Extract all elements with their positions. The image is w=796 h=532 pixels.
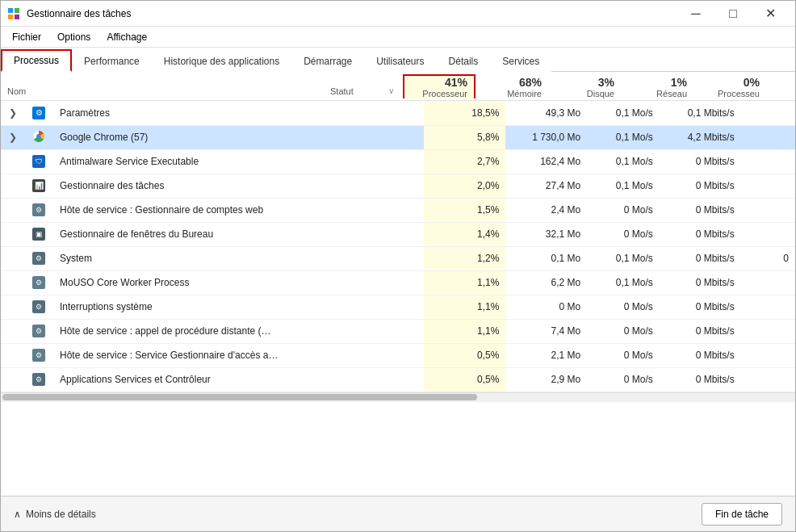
process-disk: 0,1 Mo/s — [587, 246, 660, 270]
col-name-header: Nom — [1, 86, 324, 98]
tab-demarrage[interactable]: Démarrage — [291, 49, 364, 72]
less-details-label: Moins de détails — [26, 509, 96, 520]
gear-icon: ⚙ — [32, 325, 45, 337]
table-row[interactable]: 📊 Gestionnaire des tâches 2,0% 27,4 Mo 0… — [1, 174, 795, 198]
title-bar: Gestionnaire des tâches ─ □ ✕ — [1, 1, 795, 27]
table-row[interactable]: ⚙ MoUSO Core Worker Process 1,1% 6,2 Mo … — [1, 270, 795, 295]
window-controls: ─ □ ✕ — [677, 1, 789, 27]
process-network: 0,1 Mbits/s — [660, 101, 741, 125]
tab-historique[interactable]: Historique des applications — [152, 49, 291, 72]
table-row[interactable]: ▣ Gestionnaire de fenêtres du Bureau 1,4… — [1, 222, 795, 246]
table-row[interactable]: ⚙ System 1,2% 0,1 Mo 0,1 Mo/s 0 Mbits/s … — [1, 246, 795, 270]
process-processor — [741, 295, 795, 319]
process-table-scroll[interactable]: ❯ ⚙ Paramètres 18,5% 49,3 Mo 0,1 Mo/s 0,… — [1, 101, 795, 496]
window-title: Gestionnaire des tâches — [27, 8, 677, 19]
tab-utilisateurs[interactable]: Utilisateurs — [364, 49, 436, 72]
system-icon: ⚙ — [32, 373, 45, 386]
content-area: Nom Statut ∨ 41% Processeur 68% Mémoire … — [1, 72, 795, 496]
col-process-header[interactable]: 0% Processeu — [693, 76, 766, 98]
less-details-toggle[interactable]: ∧ Moins de détails — [14, 509, 96, 520]
expand-placeholder — [1, 270, 24, 295]
expand-btn[interactable]: ❯ — [1, 125, 24, 149]
process-memory: 32,1 Mo — [505, 222, 587, 246]
process-memory: 0 Mo — [505, 295, 587, 319]
table-row[interactable]: ⚙ Hôte de service : Gestionnaire de comp… — [1, 198, 795, 222]
system-icon: ⚙ — [32, 252, 45, 265]
col-network-header[interactable]: 1% Réseau — [621, 76, 693, 98]
process-status — [352, 343, 425, 367]
process-memory: 2,4 Mo — [505, 198, 587, 222]
table-row[interactable]: ❯ Google Chrome (57) 5,8% 1 730,0 Mo 0,1… — [1, 125, 795, 149]
minimize-button[interactable]: ─ — [677, 1, 714, 27]
expand-placeholder — [1, 174, 24, 198]
process-name: Gestionnaire des tâches — [53, 174, 352, 198]
process-name: Antimalware Service Executable — [53, 149, 352, 174]
process-processor — [741, 101, 795, 125]
task-icon: 📊 — [32, 179, 45, 192]
process-network: 4,2 Mbits/s — [660, 125, 741, 149]
process-processor — [741, 125, 795, 149]
system-icon: ⚙ — [32, 300, 45, 313]
gear-icon: ⚙ — [32, 276, 45, 289]
process-name: System — [53, 246, 352, 270]
col-cpu-header[interactable]: 41% Processeur — [403, 74, 476, 98]
process-processor: 0 — [741, 246, 795, 270]
table-row[interactable]: ⚙ Hôte de service : Service Gestionnaire… — [1, 343, 795, 367]
process-name: Applications Services et Contrôleur — [53, 367, 352, 392]
process-disk: 0 Mo/s — [587, 198, 660, 222]
expand-placeholder — [1, 246, 24, 270]
menu-options[interactable]: Options — [49, 30, 98, 44]
h-scrollbar-thumb — [2, 394, 477, 400]
process-network: 0 Mbits/s — [660, 319, 741, 343]
svg-rect-3 — [15, 15, 19, 19]
process-processor — [741, 222, 795, 246]
menu-fichier[interactable]: Fichier — [4, 30, 49, 44]
process-status — [352, 174, 425, 198]
process-name: Paramètres — [53, 101, 352, 125]
tab-performance[interactable]: Performance — [72, 49, 152, 72]
process-cpu: 0,5% — [424, 343, 505, 367]
process-disk: 0 Mo/s — [587, 367, 660, 392]
table-row[interactable]: ❯ ⚙ Paramètres 18,5% 49,3 Mo 0,1 Mo/s 0,… — [1, 101, 795, 125]
process-name: Gestionnaire de fenêtres du Bureau — [53, 222, 352, 246]
process-memory: 6,2 Mo — [505, 270, 587, 295]
tab-services[interactable]: Services — [490, 49, 551, 72]
process-disk: 0,1 Mo/s — [587, 101, 660, 125]
process-memory: 49,3 Mo — [505, 101, 587, 125]
process-memory: 1 730,0 Mo — [505, 125, 587, 149]
expand-btn[interactable]: ❯ — [1, 101, 24, 125]
process-name: Interruptions système — [53, 295, 352, 319]
process-cpu: 2,0% — [424, 174, 505, 198]
process-disk: 0,1 Mo/s — [587, 270, 660, 295]
process-status — [352, 198, 425, 222]
maximize-button[interactable]: □ — [714, 1, 752, 27]
col-disk-header[interactable]: 3% Disque — [548, 76, 621, 98]
col-status-header: Statut — [324, 86, 388, 98]
expand-placeholder — [1, 319, 24, 343]
menu-bar: Fichier Options Affichage — [1, 27, 795, 48]
end-task-button[interactable]: Fin de tâche — [702, 503, 782, 526]
expand-placeholder — [1, 198, 24, 222]
process-icon-cell: ⚙ — [24, 101, 53, 125]
process-cpu: 0,5% — [424, 367, 505, 392]
tab-details[interactable]: Détails — [437, 49, 491, 72]
process-processor — [741, 149, 795, 174]
process-disk: 0 Mo/s — [587, 295, 660, 319]
process-icon-cell: ⚙ — [24, 270, 53, 295]
table-row[interactable]: ⚙ Hôte de service : appel de procédure d… — [1, 319, 795, 343]
horizontal-scrollbar[interactable] — [1, 392, 795, 402]
menu-affichage[interactable]: Affichage — [98, 30, 155, 44]
col-memory-header[interactable]: 68% Mémoire — [476, 76, 548, 98]
table-row[interactable]: ⚙ Applications Services et Contrôleur 0,… — [1, 367, 795, 392]
process-processor — [741, 319, 795, 343]
svg-point-6 — [37, 134, 41, 138]
process-name: Hôte de service : appel de procédure dis… — [53, 319, 352, 343]
table-row[interactable]: 🛡 Antimalware Service Executable 2,7% 16… — [1, 149, 795, 174]
process-processor — [741, 174, 795, 198]
process-cpu: 1,5% — [424, 198, 505, 222]
table-row[interactable]: ⚙ Interruptions système 1,1% 0 Mo 0 Mo/s… — [1, 295, 795, 319]
process-status — [352, 367, 425, 392]
close-button[interactable]: ✕ — [752, 1, 789, 27]
process-status — [352, 246, 425, 270]
tab-processus[interactable]: Processus — [1, 49, 72, 72]
